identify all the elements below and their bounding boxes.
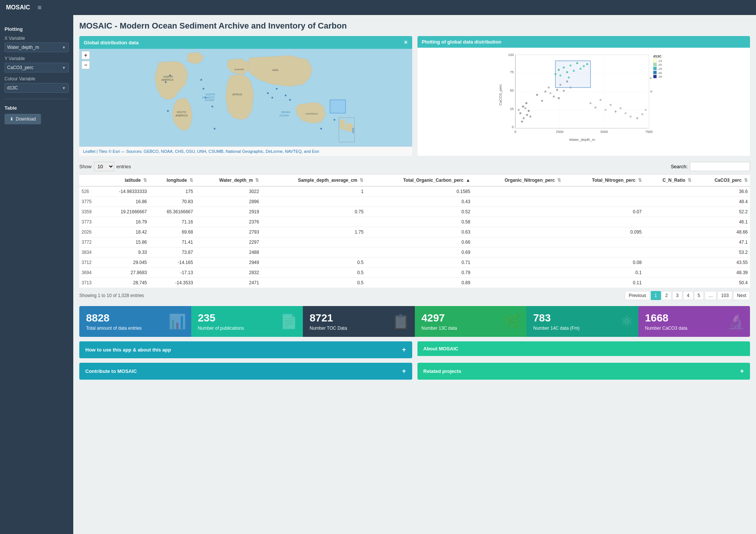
accordion-item-related: Related projects + — [417, 363, 750, 380]
table-cell-c_n_ratio — [644, 258, 694, 268]
map-zoom-in[interactable]: + — [82, 51, 90, 59]
map-panel-header: Global distribution data × — [79, 36, 412, 49]
th-row-id[interactable] — [79, 175, 101, 187]
svg-point-99 — [641, 113, 643, 115]
search-input[interactable] — [690, 162, 750, 171]
svg-text:d13C: d13C — [653, 54, 661, 58]
th-toc[interactable]: Total_Organic_Carbon_perc ▲ — [366, 175, 472, 187]
svg-text:5000: 5000 — [600, 130, 608, 134]
accordion-header-about[interactable]: About MOSAIC — [417, 341, 750, 356]
stat-card-5: 1668 Number CaCO3 data 🔬 — [638, 306, 750, 337]
th-water-depth[interactable]: Water_depth_m ⇅ — [195, 175, 262, 187]
th-longitude[interactable]: longitude ⇅ — [149, 175, 195, 187]
svg-point-74 — [562, 90, 564, 92]
table-cell-c_n_ratio — [644, 207, 694, 217]
accordion-label-related: Related projects — [423, 368, 461, 374]
svg-point-4 — [200, 79, 202, 81]
pagination-page-103[interactable]: 103 — [717, 291, 732, 300]
table-row: 377215.8671.4122970.6647.1 — [79, 237, 750, 247]
svg-point-7 — [212, 106, 213, 107]
svg-rect-101 — [555, 61, 590, 87]
table-cell-row_id: 3359 — [79, 207, 101, 217]
svg-text:-25: -25 — [658, 67, 662, 71]
table-cell-water_depth_m: 2919 — [195, 207, 262, 217]
svg-rect-19 — [352, 128, 354, 133]
pagination-page-3[interactable]: 3 — [672, 291, 682, 300]
svg-text:75: 75 — [510, 70, 514, 74]
svg-point-15 — [334, 119, 336, 121]
accordion-plus-contribute: + — [402, 367, 406, 375]
table-cell-total_nitrogen_perc: 0.1 — [563, 268, 644, 278]
entries-select[interactable]: 10 25 50 100 — [94, 162, 114, 171]
y-variable-select[interactable]: CaCO3_perc Total_Organic_Carbon_perc Org… — [5, 63, 69, 72]
accordion-header-how-to[interactable]: How to use this app & about this app + — [79, 341, 412, 358]
table-cell-water_depth_m: 2471 — [195, 278, 262, 288]
table-cell-water_depth_m: 2793 — [195, 227, 262, 237]
table-cell-longitude: -14.3533 — [149, 278, 195, 288]
download-button[interactable]: ⬇ Download — [5, 114, 41, 124]
pagination-page-5[interactable]: 5 — [694, 291, 704, 300]
plot-panel-header: Plotting of global data distribution — [417, 36, 750, 48]
map-panel-title: Global distribution data — [84, 40, 139, 45]
svg-point-60 — [528, 110, 529, 112]
table-cell-organic_nitrogen_perc — [473, 258, 563, 268]
download-label: Download — [16, 116, 36, 122]
stat-label-4: Number 14C data (Fm) — [533, 326, 632, 331]
navbar-toggle[interactable]: ≡ — [38, 4, 42, 12]
map-zoom-out[interactable]: − — [82, 61, 90, 69]
colour-variable-wrapper[interactable]: d13C latitude longitude Water_depth_m — [5, 83, 69, 93]
colour-variable-select[interactable]: d13C latitude longitude Water_depth_m — [5, 83, 69, 93]
svg-point-93 — [609, 104, 611, 106]
y-variable-wrapper[interactable]: CaCO3_perc Total_Organic_Carbon_perc Org… — [5, 63, 69, 72]
table-cell-total_nitrogen_perc: 0.07 — [563, 207, 644, 217]
accordion-header-related[interactable]: Related projects + — [417, 363, 750, 380]
svg-text:0: 0 — [512, 125, 514, 129]
th-cn-ratio[interactable]: C_N_Ratio ⇅ — [644, 175, 694, 187]
table-cell-longitude: -17.13 — [149, 268, 195, 278]
svg-text:50: 50 — [510, 89, 514, 92]
svg-text:100: 100 — [508, 53, 514, 57]
svg-point-71 — [556, 89, 558, 91]
table-cell-total_organic_carbon_perc: 0.58 — [366, 217, 472, 227]
plot-container: CaCO3_perc Water_depth_m 100 75 50 25 0 — [417, 48, 750, 145]
table-row: 202618.4269.6827931.750.630.09548.66 — [79, 227, 750, 237]
table-wrapper: latitude ⇅ longitude ⇅ Water_depth_m ⇅ S… — [79, 174, 750, 288]
pagination-previous[interactable]: Previous — [625, 291, 650, 300]
table-cell-longitude: -14.165 — [149, 258, 195, 268]
svg-text:AUSTRALIA: AUSTRALIA — [305, 113, 318, 115]
map-container[interactable]: + − — [79, 49, 412, 146]
svg-text:AMERICA: AMERICA — [161, 78, 174, 81]
pagination-next[interactable]: Next — [733, 291, 750, 300]
table-cell-latitude: 27.8683 — [101, 268, 149, 278]
table-cell-longitude: 73.87 — [149, 247, 195, 258]
table-cell-organic_nitrogen_perc — [473, 247, 563, 258]
x-variable-select[interactable]: Water_depth_m latitude longitude Sample_… — [5, 42, 69, 52]
table-row: 377516.8670.8328960.4348.4 — [79, 197, 750, 207]
pagination-page-1[interactable]: 1 — [651, 291, 661, 300]
pagination-page-2[interactable]: 2 — [662, 291, 672, 300]
svg-text:EUROPE: EUROPE — [234, 68, 244, 71]
svg-point-14 — [320, 128, 322, 130]
svg-text:-35: -35 — [658, 75, 662, 78]
svg-point-10 — [276, 88, 278, 90]
th-latitude[interactable]: latitude ⇅ — [101, 175, 149, 187]
svg-point-102 — [649, 77, 651, 79]
map-panel-close[interactable]: × — [404, 39, 407, 46]
pagination-page-4[interactable]: 4 — [683, 291, 693, 300]
th-total-n[interactable]: Total_Nitrogen_perc ⇅ — [563, 175, 644, 187]
table-cell-total_nitrogen_perc: 0.08 — [563, 258, 644, 268]
x-variable-wrapper[interactable]: Water_depth_m latitude longitude Sample_… — [5, 42, 69, 52]
th-caco3[interactable]: CaCO3_perc ⇅ — [694, 175, 750, 187]
svg-point-94 — [614, 110, 616, 112]
table-cell-caco3_perc: 47.1 — [694, 237, 750, 247]
th-organic-n[interactable]: Organic_Nitrogen_perc ⇅ — [473, 175, 563, 187]
table-cell-sample_depth_avg_cm — [261, 247, 366, 258]
svg-text:AMERICA: AMERICA — [175, 114, 188, 117]
svg-rect-111 — [653, 71, 656, 74]
svg-point-11 — [285, 95, 287, 97]
svg-text:-20: -20 — [658, 63, 662, 66]
accordion-header-contribute[interactable]: Contribute to MOSAIC + — [79, 363, 412, 380]
table-cell-sample_depth_avg_cm — [261, 237, 366, 247]
th-sample-depth[interactable]: Sample_depth_average_cm ⇅ — [261, 175, 366, 187]
pagination-ellipsis: … — [705, 291, 717, 300]
